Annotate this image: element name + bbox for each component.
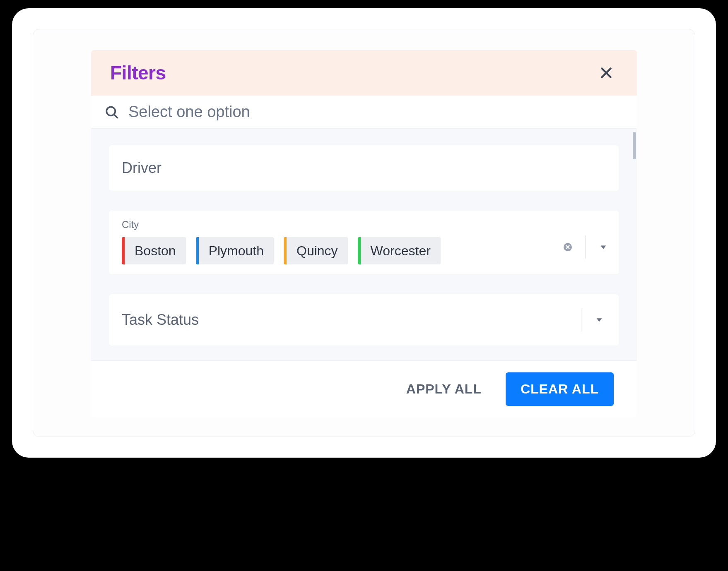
spacer [33, 417, 695, 437]
chip-label: Boston [125, 243, 186, 259]
panel-title: Filters [110, 62, 166, 84]
task-status-dropdown-toggle[interactable] [592, 313, 606, 327]
clear-city-button[interactable] [561, 240, 574, 254]
city-label: City [122, 219, 606, 230]
chip-color-bar [196, 237, 199, 264]
filter-driver[interactable]: Driver [109, 145, 619, 191]
clear-circle-icon [563, 242, 573, 252]
chip-color-bar [284, 237, 287, 264]
apply-all-button[interactable]: APPLY ALL [402, 374, 486, 404]
close-button[interactable] [595, 62, 617, 84]
close-icon [599, 65, 614, 80]
clear-all-button[interactable]: CLEAR ALL [506, 372, 614, 406]
driver-label: Driver [122, 159, 606, 177]
filter-city: City Boston Plymouth Quincy [109, 211, 619, 274]
city-chip[interactable]: Quincy [284, 237, 348, 264]
chip-label: Plymouth [199, 243, 274, 259]
filters-panel: Filters [91, 50, 637, 417]
chevron-down-icon [595, 315, 604, 324]
panel-header: Filters [91, 50, 637, 96]
scrollbar-thumb[interactable] [633, 132, 636, 159]
chip-color-bar [122, 237, 125, 264]
city-chip[interactable]: Plymouth [196, 237, 274, 264]
city-dropdown-toggle[interactable] [596, 240, 610, 254]
svg-line-3 [114, 115, 118, 118]
divider [585, 235, 586, 259]
task-status-label: Task Status [122, 311, 199, 329]
city-chip-row: Boston Plymouth Quincy Worcester [122, 237, 606, 264]
svg-marker-7 [601, 246, 606, 249]
search-input[interactable] [128, 103, 624, 121]
svg-marker-8 [597, 318, 602, 321]
outer-card: Filters [12, 8, 716, 458]
chevron-down-icon [599, 242, 608, 252]
filter-list: Driver City Boston Plymouth [91, 129, 637, 360]
search-row [91, 96, 637, 129]
panel-footer: APPLY ALL CLEAR ALL [91, 360, 637, 417]
chip-label: Worcester [361, 243, 441, 259]
city-chip[interactable]: Worcester [358, 237, 441, 264]
city-controls [561, 235, 610, 259]
chip-label: Quincy [287, 243, 348, 259]
inner-card: Filters [33, 29, 695, 437]
chip-color-bar [358, 237, 361, 264]
city-chip[interactable]: Boston [122, 237, 186, 264]
search-icon [104, 105, 119, 120]
divider [581, 308, 581, 331]
filter-task-status: Task Status [109, 294, 619, 345]
task-status-controls [581, 308, 606, 331]
